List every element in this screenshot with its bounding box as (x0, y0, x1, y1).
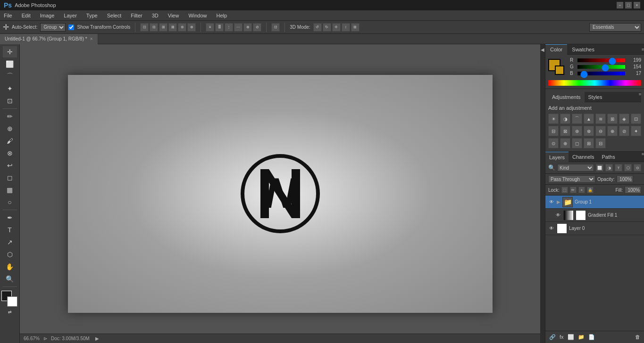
clone-stamp-button[interactable]: ⊗ (3, 147, 17, 159)
adj-extra-4[interactable]: ⊞ (584, 138, 594, 148)
shape-tool-button[interactable]: ⬡ (3, 249, 17, 260)
crop-tool-button[interactable]: ⊡ (3, 95, 17, 106)
lasso-tool-button[interactable]: ⌒ (3, 71, 17, 82)
levels-adj-icon[interactable]: ◑ (560, 114, 570, 124)
color-spectrum[interactable] (548, 80, 641, 86)
hsl-adj-icon[interactable]: ⊞ (607, 114, 618, 124)
threshold-adj-icon[interactable]: ⊕ (607, 126, 618, 136)
opacity-input[interactable] (617, 175, 633, 183)
layer-item-gradient[interactable]: 👁 Gradient Fill 1 (545, 209, 644, 222)
color-panel-collapse[interactable]: ≡ (642, 47, 644, 52)
layer-item-group1[interactable]: 👁 ▶ 📁 Group 1 (545, 196, 644, 209)
bw-adj-icon[interactable]: ⊡ (631, 114, 641, 124)
pen-tool-button[interactable]: ✒ (3, 212, 17, 223)
eraser-button[interactable]: ◻ (3, 172, 17, 183)
menu-view[interactable]: View (166, 12, 181, 19)
adj-panel-collapse[interactable]: ≡ (639, 92, 641, 102)
path-select-button[interactable]: ↗ (3, 237, 17, 248)
marquee-tool-button[interactable]: ⬜ (3, 58, 17, 70)
history-brush-button[interactable]: ↩ (3, 160, 17, 171)
menu-select[interactable]: Select (105, 12, 124, 19)
dist-6-icon[interactable]: ⊘ (253, 23, 261, 32)
dist-3-icon[interactable]: ⋮ (225, 23, 233, 32)
vibrance-adj-icon[interactable]: ≋ (595, 114, 606, 124)
3d-icon-4[interactable]: ↕ (342, 23, 350, 32)
photo-filter-adj-icon[interactable]: ⊟ (548, 126, 559, 136)
align-bottom-icon[interactable]: ⊗ (187, 23, 196, 32)
layer-expand-arrow[interactable]: ▶ (557, 199, 560, 204)
canvas-area[interactable]: N 66.67% ⊳ Doc: 3.00M/3.50M (20, 44, 540, 343)
dodge-button[interactable]: ○ (3, 196, 17, 208)
align-top-icon[interactable]: ⊠ (168, 23, 177, 32)
gradient-button[interactable]: ▦ (3, 184, 17, 196)
paths-tab[interactable]: Paths (598, 152, 619, 162)
dist-4-icon[interactable]: ⋯ (234, 23, 243, 32)
adj-extra-2[interactable]: ⊕ (560, 138, 570, 148)
layers-panel-collapse[interactable]: ≡ (642, 152, 644, 162)
3d-icon-5[interactable]: ⊞ (351, 23, 360, 32)
3d-icon-3[interactable]: ✛ (332, 23, 341, 32)
layers-tab[interactable]: Layers (545, 152, 569, 162)
3d-icon-1[interactable]: ↺ (313, 23, 322, 32)
show-transform-checkbox[interactable] (68, 24, 74, 30)
selective-color-adj-icon[interactable]: ✦ (631, 126, 641, 136)
adj-extra-1[interactable]: ⊙ (548, 138, 559, 148)
healing-button[interactable]: ⊕ (3, 123, 17, 134)
filter-shape-btn[interactable]: ⬡ (624, 164, 632, 172)
close-button[interactable]: × (634, 2, 640, 8)
adj-extra-3[interactable]: ◻ (572, 138, 582, 148)
filter-type-btn[interactable]: T (615, 164, 622, 172)
filter-adj-btn[interactable]: ◑ (605, 164, 613, 172)
b-slider[interactable] (577, 73, 625, 76)
channel-mix-adj-icon[interactable]: ⊠ (560, 126, 570, 136)
status-toggle[interactable]: ⊳ (43, 336, 47, 341)
color-lookup-adj-icon[interactable]: ⊛ (572, 126, 582, 136)
dist-5-icon[interactable]: ⊕ (243, 23, 252, 32)
hand-tool-button[interactable]: ✋ (3, 261, 17, 272)
fill-input[interactable] (625, 186, 641, 194)
align-center-h-icon[interactable]: ⊟ (150, 23, 158, 32)
right-collapse-button[interactable]: ◀ (540, 44, 545, 343)
g-slider[interactable] (577, 66, 625, 70)
status-arrow-right[interactable]: ▶ (95, 336, 99, 341)
filter-smart-btn[interactable]: ⊙ (634, 164, 641, 172)
menu-help[interactable]: Help (215, 12, 229, 19)
curves-adj-icon[interactable]: ⌒ (572, 114, 582, 124)
adj-extra-5[interactable]: ⊟ (595, 138, 606, 148)
styles-tab[interactable]: Styles (585, 92, 606, 102)
dist-2-icon[interactable]: ≣ (215, 23, 224, 32)
blend-mode-dropdown[interactable]: Pass Through Normal Multiply Screen (548, 175, 595, 183)
background-color-button[interactable] (7, 296, 17, 307)
dist-1-icon[interactable]: ≡ (206, 23, 214, 32)
new-group-icon[interactable]: 📁 (577, 333, 585, 341)
align-center-v-icon[interactable]: ⊛ (178, 23, 186, 32)
document-tab[interactable]: Untitled-1 @ 66.7% (Group 1, RGB/8) * × (0, 34, 98, 44)
layer-item-layer0[interactable]: 👁 Layer 0 (545, 222, 644, 235)
layer-eye-group1[interactable]: 👁 (548, 199, 555, 205)
gradient-map-adj-icon[interactable]: ⊘ (619, 126, 629, 136)
maximize-button[interactable]: □ (625, 2, 632, 8)
layer-eye-gradient[interactable]: 👁 (555, 212, 561, 219)
menu-file[interactable]: File (2, 12, 14, 19)
arrange-icon[interactable]: ⊡ (271, 23, 280, 32)
colorbalance-adj-icon[interactable]: ◈ (619, 114, 629, 124)
menu-layer[interactable]: Layer (62, 12, 79, 19)
align-left-icon[interactable]: ⊡ (140, 23, 149, 32)
zoom-tool-button[interactable]: 🔍 (3, 273, 17, 285)
r-slider[interactable] (577, 59, 625, 63)
menu-3d[interactable]: 3D (150, 12, 160, 19)
menu-image[interactable]: Image (38, 12, 57, 19)
minimize-button[interactable]: − (617, 2, 623, 8)
lock-all-icon[interactable]: 🔒 (587, 187, 594, 193)
doc-tab-close-icon[interactable]: × (90, 36, 93, 41)
align-right-icon[interactable]: ⊞ (159, 23, 167, 32)
color-tab[interactable]: Color (545, 44, 567, 55)
move-tool-icon[interactable]: ✛ (3, 23, 9, 32)
eyedropper-button[interactable]: ✏ (3, 111, 17, 122)
new-layer-icon[interactable]: 📄 (587, 333, 596, 341)
quick-select-button[interactable]: ✦ (3, 83, 17, 94)
text-tool-button[interactable]: T (3, 224, 17, 236)
menu-type[interactable]: Type (84, 12, 100, 19)
add-mask-icon[interactable]: ⬜ (567, 333, 575, 341)
brightness-adj-icon[interactable]: ☀ (548, 114, 559, 124)
